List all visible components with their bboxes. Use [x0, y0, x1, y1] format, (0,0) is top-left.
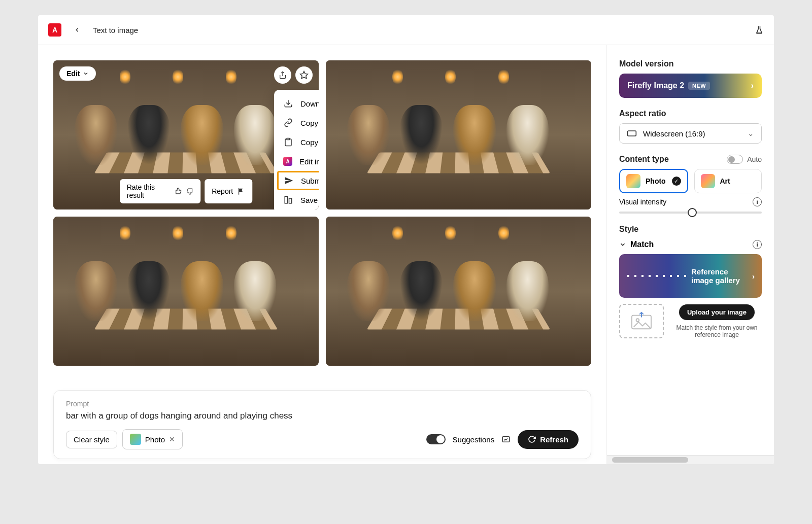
suggestions-icon: [501, 435, 511, 444]
svg-rect-8: [632, 316, 651, 329]
suggestions-label: Suggestions: [453, 435, 495, 444]
visual-intensity-slider[interactable]: [619, 212, 762, 214]
model-selector[interactable]: Firefly Image 2 NEW ›: [619, 74, 762, 98]
photo-style-chip[interactable]: Photo ✕: [122, 429, 183, 449]
download-icon: [283, 99, 293, 108]
content-type-art[interactable]: Art: [694, 169, 762, 193]
flag-icon: [237, 187, 245, 195]
model-version-label: Model version: [619, 59, 762, 68]
svg-rect-7: [628, 131, 636, 136]
match-label: Match: [630, 240, 654, 249]
horizontal-scrollbar[interactable]: [607, 455, 774, 464]
svg-rect-2: [287, 138, 290, 140]
menu-submit-community[interactable]: Submit to Firefly Community: [277, 171, 319, 190]
suggestions-toggle[interactable]: [426, 434, 446, 444]
beaker-icon[interactable]: [755, 25, 764, 35]
chevron-down-icon: ⌄: [748, 129, 754, 138]
result-tile-4[interactable]: [326, 217, 591, 366]
info-icon[interactable]: i: [753, 240, 762, 249]
grid-icon: [627, 275, 686, 277]
result-tile-3[interactable]: [53, 217, 319, 366]
refresh-icon: [528, 435, 536, 443]
upload-dropzone[interactable]: [619, 304, 664, 338]
widescreen-icon: [627, 130, 637, 137]
svg-marker-5: [300, 72, 308, 79]
content-type-photo[interactable]: Photo ✓: [619, 169, 688, 193]
prompt-panel: Prompt bar with a group of dogs hanging …: [53, 390, 591, 459]
clipboard-icon: [283, 137, 293, 147]
clear-style-button[interactable]: Clear style: [66, 431, 117, 448]
menu-copy-link[interactable]: Copy link: [274, 113, 319, 132]
svg-point-9: [636, 319, 639, 322]
menu-copy-image[interactable]: Copy image: [274, 132, 319, 152]
share-menu: Download Copy link Copy image: [274, 90, 319, 209]
style-label: Style: [619, 225, 762, 234]
svg-rect-4: [289, 198, 292, 203]
link-icon: [283, 118, 293, 127]
upload-image-icon: [630, 311, 653, 331]
check-icon: ✓: [672, 177, 681, 186]
svg-rect-3: [285, 196, 287, 203]
visual-intensity-label: Visual intensity: [619, 198, 666, 206]
page-title: Text to image: [93, 26, 138, 34]
info-icon[interactable]: i: [753, 197, 762, 206]
menu-download[interactable]: Download: [274, 94, 319, 113]
close-icon[interactable]: ✕: [169, 435, 175, 443]
aspect-ratio-select[interactable]: Widescreen (16:9) ⌄: [619, 123, 762, 144]
adobe-express-icon: A: [283, 157, 292, 166]
art-type-icon: [701, 174, 715, 188]
svg-rect-6: [502, 437, 510, 442]
content-type-label: Content type: [619, 155, 669, 164]
favorite-button[interactable]: [295, 66, 313, 84]
new-badge: NEW: [688, 82, 710, 90]
share-icon: [279, 71, 287, 79]
chevron-down-icon: [83, 71, 89, 77]
settings-sidebar: Model version Firefly Image 2 NEW › Aspe…: [606, 45, 774, 464]
menu-edit-express[interactable]: A Edit in Adobe Express: [274, 152, 319, 171]
aspect-ratio-label: Aspect ratio: [619, 109, 762, 118]
chevron-down-icon[interactable]: [619, 241, 626, 248]
photo-thumb-icon: [130, 434, 141, 445]
auto-toggle[interactable]: [727, 155, 743, 164]
refresh-button[interactable]: Refresh: [518, 430, 579, 449]
upload-image-button[interactable]: Upload your image: [679, 304, 755, 320]
star-icon: [299, 71, 309, 80]
result-tile-1[interactable]: Edit Download: [53, 60, 319, 209]
result-tile-2[interactable]: [326, 60, 591, 209]
upload-description: Match the style from your own reference …: [672, 324, 762, 338]
report-button[interactable]: Report: [205, 179, 252, 203]
back-button[interactable]: [70, 24, 85, 36]
chevron-right-icon: ›: [752, 272, 762, 281]
share-button[interactable]: Download Copy link Copy image: [274, 66, 291, 84]
rate-result[interactable]: Rate this result: [120, 179, 200, 203]
edit-button[interactable]: Edit: [59, 66, 96, 81]
thumbs-up-icon[interactable]: [175, 187, 182, 195]
reference-gallery-button[interactable]: Reference image gallery ›: [619, 254, 762, 298]
adobe-logo[interactable]: A: [48, 23, 61, 37]
menu-save-library[interactable]: Save to library: [274, 190, 319, 209]
photo-type-icon: [626, 174, 640, 188]
prompt-label: Prompt: [66, 400, 579, 408]
thumbs-down-icon[interactable]: [186, 187, 193, 195]
chevron-right-icon: ›: [751, 81, 754, 90]
prompt-text[interactable]: bar with a group of dogs hanging around …: [66, 411, 579, 421]
send-icon: [284, 176, 294, 185]
library-icon: [283, 195, 293, 204]
